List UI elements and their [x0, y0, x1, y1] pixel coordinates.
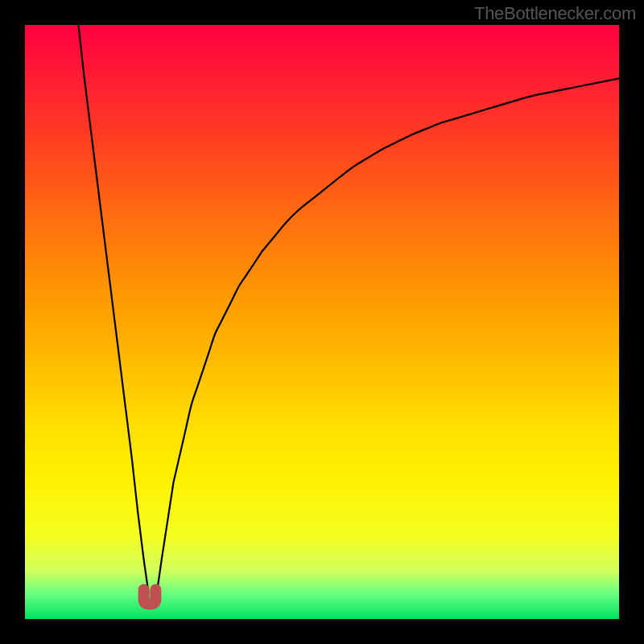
- curve-layer: [25, 25, 619, 619]
- chart-frame: TheBottlenecker.com: [0, 0, 644, 644]
- attribution-text: TheBottlenecker.com: [474, 3, 636, 24]
- plot-area: [25, 25, 619, 619]
- bottleneck-curve: [78, 25, 619, 602]
- optimal-region-marker: [144, 590, 156, 605]
